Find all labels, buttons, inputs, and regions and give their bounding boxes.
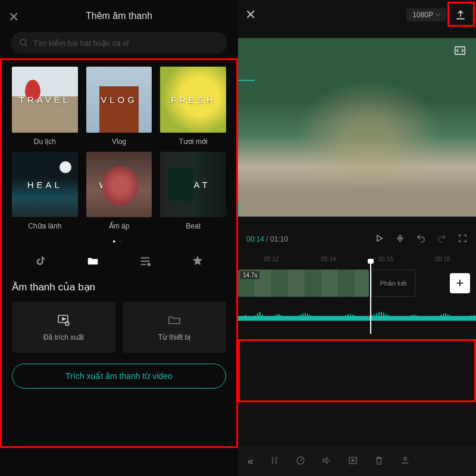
extract-audio-button[interactable]: Trích xuất âm thanh từ video <box>12 364 226 389</box>
upload-icon <box>455 9 466 21</box>
category-thumb: HEAL <box>12 152 78 218</box>
end-clip[interactable]: Phần kết <box>371 270 415 297</box>
category-overlay: FRESH <box>160 67 226 133</box>
source-extracted[interactable]: Đã trích xuất <box>12 302 115 353</box>
category-overlay: WARM <box>86 152 152 218</box>
category-overlay: VLOG <box>86 67 152 133</box>
category-thumb: WARM <box>86 152 152 218</box>
ruler-tick: 00:14 <box>300 256 357 262</box>
svg-line-1 <box>25 44 27 46</box>
source-device-label: Từ thiết bị <box>158 333 191 342</box>
flip-icon[interactable] <box>453 44 470 61</box>
close-icon[interactable]: ✕ <box>8 10 19 25</box>
category-thumb: TRAVEL <box>12 67 78 133</box>
audio-track[interactable] <box>238 300 476 321</box>
tab-tiktok[interactable] <box>34 255 47 268</box>
source-extracted-label: Đã trích xuất <box>43 333 84 342</box>
category-card[interactable]: HEALChữa lành <box>12 152 78 231</box>
search-placeholder: Tìm kiếm bài hát hoặc ca sĩ <box>33 39 129 48</box>
category-card[interactable]: BEATBeat <box>160 152 226 231</box>
pip-icon[interactable] <box>347 455 358 468</box>
video-preview[interactable] <box>238 38 476 217</box>
play-button[interactable] <box>374 233 384 245</box>
category-label: Chữa lành <box>28 222 61 230</box>
source-device[interactable]: Từ thiết bị <box>123 302 226 353</box>
page-title: Thêm âm thanh <box>86 11 152 21</box>
highlight-box <box>238 339 476 402</box>
time-display: 00:14 / 01:10 <box>246 235 288 243</box>
svg-point-9 <box>404 457 407 460</box>
fullscreen-button[interactable] <box>458 233 468 245</box>
playhead[interactable] <box>370 260 371 334</box>
svg-point-6 <box>399 237 401 239</box>
svg-point-0 <box>20 39 26 45</box>
search-input[interactable]: Tìm kiếm bài hát hoặc ca sĩ <box>11 32 227 54</box>
resolution-selector[interactable]: 1080P <box>406 8 446 21</box>
speed-icon[interactable] <box>295 455 306 468</box>
folder-icon <box>167 313 181 327</box>
category-thumb: VLOG <box>86 67 152 133</box>
video-clip[interactable]: 14.7s <box>238 270 369 297</box>
svg-point-2 <box>148 264 151 266</box>
category-card[interactable]: VLOGVlog <box>86 67 152 146</box>
category-overlay: TRAVEL <box>12 67 78 133</box>
category-label: Vlog <box>112 137 126 146</box>
category-thumb: BEAT <box>160 152 226 218</box>
add-clip-button[interactable]: + <box>450 273 470 293</box>
category-label: Beat <box>186 222 201 230</box>
clip-duration: 14.7s <box>240 271 259 279</box>
tab-list[interactable] <box>139 255 152 268</box>
person-icon[interactable] <box>400 455 411 468</box>
category-overlay: HEAL <box>12 152 78 218</box>
redo-button[interactable] <box>437 233 447 245</box>
split-icon[interactable] <box>269 455 280 468</box>
export-button[interactable] <box>452 7 469 23</box>
category-card[interactable]: TRAVELDu lịch <box>12 67 78 146</box>
category-label: Tươi mới <box>179 137 208 146</box>
your-audio-title: Âm thanh của bạn <box>0 278 238 302</box>
category-thumb: FRESH <box>160 67 226 133</box>
category-label: Ấm áp <box>109 222 130 230</box>
ruler-tick: 00:12 <box>243 256 300 262</box>
tab-favorite[interactable] <box>191 255 204 268</box>
timeline[interactable]: 14.7s Phần kết + <box>238 267 476 333</box>
page-dots[interactable]: ●○ <box>0 239 238 244</box>
category-overlay: BEAT <box>160 152 226 218</box>
video-extract-icon <box>57 313 71 327</box>
bottom-toolbar: « <box>238 446 476 476</box>
chevron-down-icon <box>436 12 440 17</box>
close-icon[interactable]: ✕ <box>245 7 256 23</box>
search-icon <box>19 38 29 48</box>
volume-icon[interactable] <box>321 455 332 468</box>
category-card[interactable]: WARMẤm áp <box>86 152 152 231</box>
tab-folder[interactable] <box>86 255 99 268</box>
undo-button[interactable] <box>416 233 426 245</box>
collapse-icon[interactable]: « <box>248 455 253 468</box>
ruler-tick: 00:16 <box>357 256 414 262</box>
delete-icon[interactable] <box>374 455 384 468</box>
keyframe-button[interactable] <box>395 233 405 245</box>
category-card[interactable]: FRESHTươi mới <box>160 67 226 146</box>
ruler-tick: 00:18 <box>414 256 471 262</box>
category-label: Du lịch <box>34 137 56 146</box>
timeline-ruler[interactable]: 00:1200:1400:1600:18 <box>238 250 476 266</box>
